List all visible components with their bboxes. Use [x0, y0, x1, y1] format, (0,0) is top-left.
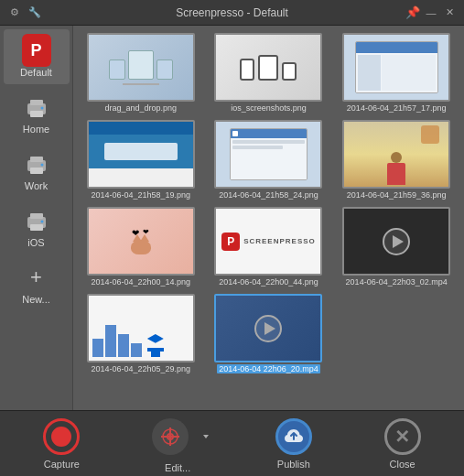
thumbnail-image: ❤ ❤	[87, 207, 195, 276]
svg-rect-6	[30, 168, 43, 174]
publish-button[interactable]: Publish	[266, 415, 321, 473]
capture-icon	[43, 418, 80, 455]
svg-point-7	[40, 164, 43, 167]
thumbnail-image	[214, 33, 322, 102]
list-item[interactable]: 2014-06-04_21h58_19.png	[81, 120, 201, 200]
sidebar-item-default[interactable]: P Default	[4, 29, 70, 84]
ios-printer-icon	[22, 206, 51, 235]
edit-label: Edit...	[165, 462, 190, 473]
sidebar-item-new-label: New...	[22, 294, 50, 305]
edit-button-group: Edit...	[143, 415, 212, 473]
close-label: Close	[390, 459, 415, 470]
sidebar-item-work[interactable]: Work	[4, 143, 70, 198]
play-button-icon	[254, 315, 282, 342]
edit-dropdown-arrow[interactable]	[200, 420, 212, 453]
list-item[interactable]: 2014-06-04_21h57_17.png	[336, 33, 457, 113]
thumbnail-filename: 2014-06-04_21h58_19.png	[92, 190, 191, 200]
thumbnail-filename: 2014-06-04_21h58_24.png	[219, 190, 318, 200]
list-item[interactable]: drag_and_drop.png	[81, 33, 201, 113]
publish-label: Publish	[277, 459, 310, 470]
edit-icon	[152, 418, 189, 455]
list-item[interactable]: 2014-06-04_21h58_24.png	[209, 120, 329, 200]
svg-rect-2	[30, 111, 43, 117]
main-layout: P Default Home	[0, 26, 464, 410]
title-bar-left: ⚙ 🔧	[7, 5, 42, 20]
sidebar-item-home-label: Home	[23, 124, 49, 135]
svg-rect-9	[30, 213, 43, 219]
thumbnail-image	[214, 294, 322, 362]
list-item[interactable]: 2014-06-04 22h06_20.mp4	[209, 294, 329, 373]
thumbnail-filename: 2014-06-04_22h05_29.png	[92, 364, 191, 373]
thumbnail-filename: 2014-06-04_21h57_17.png	[347, 103, 447, 113]
thumbnail-image	[214, 120, 322, 189]
thumbnail-image	[87, 294, 195, 362]
list-item[interactable]: ios_screenshots.png	[209, 33, 329, 113]
thumbnail-filename: 2014-06-04_22h00_14.png	[92, 277, 191, 287]
thumbnail-image	[87, 33, 195, 102]
minimize-button[interactable]: —	[424, 5, 438, 20]
list-item[interactable]: 2014-06-04_22h03_02.mp4	[336, 207, 457, 287]
thumbnail-grid: drag_and_drop.png ios_screenshots.png	[81, 33, 457, 373]
svg-point-11	[40, 221, 43, 223]
list-item[interactable]: P SCREENPRESSO 2014-06-04_22h00_44.png	[209, 207, 329, 287]
sidebar-item-default-label: Default	[20, 67, 52, 78]
thumbnail-filename: 2014-06-04_21h59_36.png	[347, 190, 447, 200]
thumbnail-filename: 2014-06-04_22h03_02.mp4	[346, 277, 448, 287]
sidebar-item-home[interactable]: Home	[4, 86, 70, 141]
capture-label: Capture	[44, 459, 80, 470]
publish-icon	[275, 418, 312, 455]
default-icon: P	[22, 34, 51, 67]
bottom-toolbar: Capture Edit...	[0, 410, 464, 476]
capture-button[interactable]: Capture	[34, 415, 89, 473]
default-icon-wrapper: P	[22, 36, 51, 65]
svg-point-3	[40, 107, 43, 110]
thumbnail-image	[342, 120, 450, 189]
close-toolbar-icon: ✕	[384, 418, 421, 455]
list-item[interactable]: ❤ ❤ 2014-06-04_22h00_14.png	[81, 207, 201, 287]
sidebar-item-new[interactable]: + New...	[4, 256, 70, 311]
thumbnail-image: P SCREENPRESSO	[214, 207, 322, 276]
wrench-icon[interactable]: 🔧	[27, 5, 42, 20]
svg-marker-16	[203, 435, 209, 438]
new-plus-icon: +	[22, 263, 51, 292]
thumbnail-image	[87, 120, 195, 189]
settings-icon[interactable]: ⚙	[7, 5, 22, 20]
svg-rect-5	[30, 157, 43, 162]
edit-button[interactable]	[143, 415, 198, 459]
svg-rect-10	[30, 224, 43, 231]
thumbnail-filename: ios_screenshots.png	[231, 103, 307, 113]
thumbnail-image	[342, 33, 450, 102]
svg-rect-1	[30, 100, 43, 105]
pin-icon[interactable]: 📌	[405, 5, 420, 20]
home-printer-icon	[22, 92, 51, 122]
list-item[interactable]: 2014-06-04_22h05_29.png	[81, 294, 201, 373]
sidebar-item-ios[interactable]: iOS	[4, 200, 70, 254]
thumbnail-filename: 2014-06-04_22h00_44.png	[219, 277, 318, 287]
title-bar: ⚙ 🔧 Screenpresso - Default 📌 — ✕	[0, 0, 464, 26]
title-bar-controls: 📌 — ✕	[405, 5, 457, 20]
sidebar-item-work-label: Work	[25, 180, 48, 191]
sidebar-item-ios-label: iOS	[27, 237, 44, 248]
close-toolbar-button[interactable]: ✕ Close	[375, 415, 430, 473]
play-button-icon	[383, 228, 410, 255]
sidebar: P Default Home	[0, 26, 73, 410]
list-item[interactable]: 2014-06-04_21h59_36.png	[336, 120, 457, 200]
work-printer-icon	[22, 149, 51, 178]
thumbnail-image	[342, 207, 450, 276]
thumbnail-grid-container[interactable]: drag_and_drop.png ios_screenshots.png	[73, 26, 464, 410]
thumbnail-filename: 2014-06-04 22h06_20.mp4	[217, 364, 320, 373]
title-bar-title: Screenpresso - Default	[176, 6, 288, 19]
close-button-titlebar[interactable]: ✕	[442, 5, 457, 20]
thumbnail-filename: drag_and_drop.png	[105, 103, 178, 113]
